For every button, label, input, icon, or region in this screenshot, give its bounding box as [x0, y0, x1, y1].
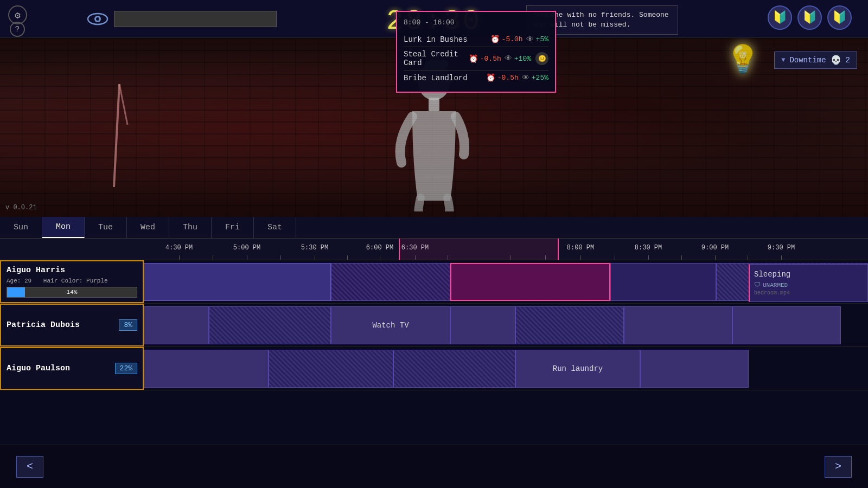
pat-block-1 — [144, 306, 209, 344]
bedroom-label: bedroom.mp4 — [754, 290, 790, 296]
eye-stat-icon-2: 👁 — [522, 74, 529, 82]
pau-block-4 — [640, 350, 749, 388]
schedule-row-patricia: Patricia Dubois 8% Watch TV — [0, 304, 868, 347]
bottom-nav: < > — [0, 445, 868, 488]
vis-change-1: +10% — [514, 55, 531, 63]
downtime-bar[interactable]: ▼ Downtime 💀 2 — [774, 52, 857, 69]
activity-block-active[interactable] — [450, 263, 610, 301]
activity-tooltip: 8:00 - 16:00 Lurk in Bushes ⏰ -5.0h 👁 +5… — [396, 11, 556, 93]
time-930pm: 9:30 PM — [768, 244, 795, 252]
heat-label-aiguo-harris: 14% — [67, 289, 78, 296]
eye-stat-icon-0: 👁 — [526, 35, 534, 44]
tab-tue[interactable]: Tue — [85, 217, 127, 238]
activity-block-noise-1 — [331, 263, 450, 301]
badge-icon-2: 🔰 — [797, 5, 822, 30]
face-icon: 😐 — [535, 52, 548, 65]
pau-block-3 — [393, 350, 515, 388]
schedule-track-paulson: Run laundry — [144, 347, 868, 390]
svg-rect-6 — [429, 98, 439, 111]
schedule-row-paulson: Aiguo Paulson 22% Run laundry — [0, 347, 868, 390]
time-500pm: 5:00 PM — [233, 244, 260, 252]
clock-icon-1: ⏰ — [469, 54, 478, 63]
schedule-row-aiguo-harris: Aiguo Harris Age: 29 Hair Color: Purple … — [0, 260, 868, 304]
clock-icon-0: ⏰ — [490, 35, 500, 44]
pau-block-2 — [269, 350, 393, 388]
vis-change-0: +5% — [536, 35, 548, 43]
tooltip-activity-lurk[interactable]: Lurk in Bushes ⏰ -5.0h 👁 +5% — [404, 32, 548, 47]
character-info-aiguo-harris[interactable]: Aiguo Harris Age: 29 Hair Color: Purple … — [0, 260, 144, 303]
activity-block-lurk[interactable] — [144, 263, 331, 301]
pat-block-5 — [624, 306, 732, 344]
sleeping-label: Sleeping — [754, 270, 790, 279]
tab-sat[interactable]: Sat — [254, 217, 296, 238]
activity-block-after — [610, 263, 716, 301]
tab-mon[interactable]: Mon — [42, 217, 85, 238]
time-900pm: 9:00 PM — [701, 244, 729, 252]
vis-change-2: +25% — [532, 74, 548, 82]
watch-tv-block[interactable]: Watch TV — [331, 306, 450, 344]
char-name-aiguo-harris: Aiguo Harris — [7, 266, 137, 275]
clock-icon-2: ⏰ — [486, 73, 495, 82]
sleeping-block: Sleeping 🛡 UNARMED bedroom.mp4 — [749, 264, 868, 302]
time-cost-1: -0.5h — [480, 55, 501, 63]
time-cost-0: -5.0h — [502, 35, 523, 43]
downtime-label: Downtime — [789, 56, 826, 65]
time-530pm: 5:30 PM — [301, 244, 328, 252]
eye-icon — [87, 11, 108, 27]
pat-block-4 — [515, 306, 624, 344]
tab-sun[interactable]: Sun — [0, 217, 42, 238]
tooltip-activity-bribe[interactable]: Bribe Landlord ⏰ -0.5h 👁 +25% — [404, 70, 548, 85]
progress-bar — [114, 11, 277, 27]
downtime-chevron-icon: ▼ — [781, 56, 785, 64]
run-laundry-block[interactable]: Run laundry — [515, 350, 640, 388]
svg-line-8 — [114, 84, 119, 187]
svg-line-9 — [119, 84, 127, 125]
unarmed-icon: 🛡 — [754, 281, 761, 289]
pau-block-1 — [144, 350, 269, 388]
tab-wed[interactable]: Wed — [127, 217, 169, 238]
char-name-paulson: Aiguo Paulson — [7, 364, 70, 373]
heat-compact-paulson: 22% — [115, 363, 137, 374]
character-info-patricia[interactable]: Patricia Dubois 8% — [0, 304, 144, 346]
heat-bar-aiguo-harris: 14% — [7, 287, 137, 298]
tab-fri[interactable]: Fri — [212, 217, 254, 238]
time-430pm: 4:30 PM — [165, 244, 193, 252]
svg-point-2 — [96, 17, 99, 21]
badge-icon-1: 🔰 — [768, 5, 792, 30]
lightbulb-icon: 💡 — [726, 43, 760, 76]
pat-block-6 — [732, 306, 841, 344]
time-830pm: 8:30 PM — [635, 244, 662, 252]
version-label: v 0.0.21 — [5, 204, 37, 211]
eye-stat-icon-1: 👁 — [505, 54, 512, 63]
weapon-prop — [108, 81, 141, 192]
time-600pm: 6:00 PM — [366, 244, 393, 252]
time-cost-2: -0.5h — [497, 74, 519, 82]
next-button[interactable]: > — [825, 456, 852, 478]
downtime-count: 2 — [846, 56, 850, 65]
schedule-track-patricia: Watch TV — [144, 304, 868, 347]
pat-block-3 — [450, 306, 515, 344]
police-badges: 🔰 🔰 🔰 — [768, 5, 852, 30]
time-800pm: 8:00 PM — [567, 244, 594, 252]
character-info-paulson[interactable]: Aiguo Paulson 22% — [0, 347, 144, 390]
schedule-area: Aiguo Harris Age: 29 Hair Color: Purple … — [0, 260, 868, 445]
badge-icon-3: 🔰 — [827, 5, 852, 30]
tooltip-activity-credit[interactable]: Steal Credit Card ⏰ -0.5h 👁 +10% 😐 — [404, 47, 548, 70]
char-name-patricia: Patricia Dubois — [7, 320, 80, 330]
timeline-active-range — [399, 239, 559, 260]
unarmed-text: UNARMED — [763, 282, 788, 288]
char-details-aiguo-harris: Age: 29 Hair Color: Purple — [7, 278, 137, 284]
downtime-skull-icon: 💀 — [831, 55, 841, 66]
tooltip-time-range: 8:00 - 16:00 — [404, 18, 548, 27]
tab-thu[interactable]: Thu — [169, 217, 212, 238]
heat-compact-patricia: 8% — [119, 319, 137, 331]
heat-fill-aiguo-harris — [7, 287, 25, 297]
day-tabs: Sun Mon Tue Wed Thu Fri Sat — [0, 217, 868, 239]
unarmed-badge: 🛡 UNARMED — [754, 281, 788, 289]
pat-block-2 — [209, 306, 331, 344]
prev-button[interactable]: < — [16, 456, 43, 478]
help-icon[interactable]: ? — [10, 22, 25, 37]
